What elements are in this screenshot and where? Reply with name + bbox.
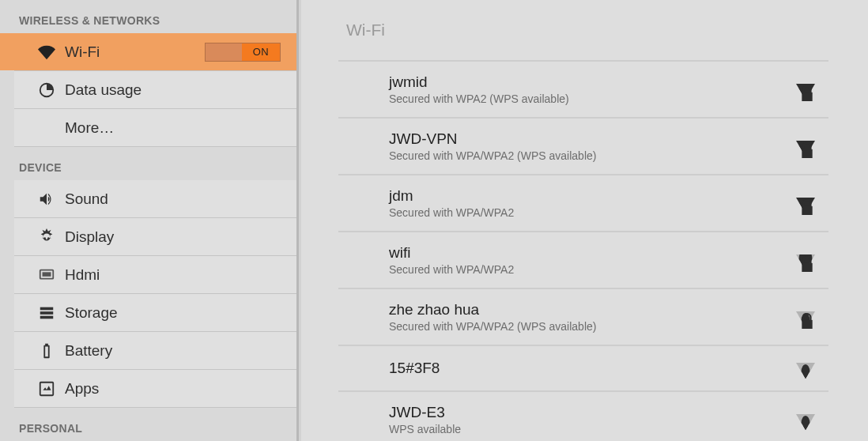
sidebar-item-label: Hdmi [65, 266, 100, 284]
sidebar-item-label: More… [65, 119, 114, 137]
sidebar-item-label: Battery [65, 342, 112, 360]
wifi-network-item[interactable]: jdm Secured with WPA/WPA2 [338, 175, 828, 232]
sidebar-item-apps[interactable]: Apps [14, 370, 296, 408]
sidebar-item-display[interactable]: Display [14, 218, 296, 256]
sidebar-item-sound[interactable]: Sound [14, 180, 296, 218]
wifi-network-name: JWD-VPN [389, 130, 795, 148]
wifi-network-subtitle: WPS available [389, 423, 795, 435]
svg-rect-4 [40, 315, 54, 318]
wifi-network-name: 15#3F8 [389, 360, 795, 377]
svg-rect-10 [802, 320, 812, 329]
sidebar-item-wifi[interactable]: Wi-Fi ON [14, 33, 296, 71]
data-usage-icon [38, 81, 55, 99]
wifi-toggle[interactable]: ON [205, 43, 281, 62]
hdmi-icon [38, 266, 55, 284]
sidebar-item-label: Data usage [65, 81, 142, 99]
section-header-wireless: WIRELESS & NETWORKS [0, 0, 296, 33]
wifi-signal-icon [795, 307, 816, 327]
svg-rect-5 [40, 382, 54, 395]
svg-rect-1 [43, 272, 51, 277]
sidebar-item-more[interactable]: More… [14, 109, 296, 147]
apps-icon [38, 380, 55, 398]
wifi-network-item[interactable]: 15#3F8 [338, 346, 828, 392]
wifi-icon [38, 43, 55, 61]
wifi-toggle-handle: ON [242, 43, 280, 61]
sidebar-item-battery[interactable]: Battery [14, 332, 296, 370]
wifi-network-item[interactable]: jwmid Secured with WPA2 (WPS available) [338, 60, 828, 119]
wifi-signal-icon [795, 250, 816, 270]
wifi-network-name: JWD-E3 [389, 404, 795, 421]
settings-sidebar: WIRELESS & NETWORKS Wi-Fi ON Data usage … [0, 0, 299, 441]
wifi-network-item[interactable]: zhe zhao hua Secured with WPA/WPA2 (WPS … [338, 289, 828, 346]
svg-rect-7 [802, 149, 812, 158]
wifi-signal-icon [795, 136, 816, 156]
wifi-network-item[interactable]: JWD-VPN Secured with WPA/WPA2 (WPS avail… [338, 119, 828, 175]
svg-rect-8 [802, 206, 812, 215]
page-title: Wi-Fi [338, 13, 828, 60]
sidebar-item-label: Apps [65, 380, 99, 398]
storage-icon [38, 304, 55, 322]
sidebar-item-label: Wi-Fi [65, 43, 100, 61]
section-header-personal: PERSONAL [0, 408, 296, 441]
wifi-network-name: wifi [389, 244, 795, 262]
display-icon [38, 228, 55, 246]
svg-rect-2 [40, 307, 54, 310]
svg-rect-9 [802, 263, 812, 272]
svg-rect-3 [40, 311, 54, 315]
wifi-network-item[interactable]: wifi Secured with WPA/WPA2 [338, 232, 828, 289]
wifi-signal-icon [795, 409, 816, 430]
battery-icon [38, 342, 55, 360]
section-header-device: DEVICE [0, 147, 296, 180]
wifi-network-name: jdm [389, 187, 795, 205]
wifi-network-subtitle: Secured with WPA/WPA2 (WPS available) [389, 149, 795, 162]
sidebar-item-hdmi[interactable]: Hdmi [14, 256, 296, 294]
sidebar-item-storage[interactable]: Storage [14, 294, 296, 332]
sidebar-item-label: Storage [65, 304, 118, 322]
wifi-network-item[interactable]: JWD-E3 WPS available [338, 392, 828, 441]
wifi-signal-icon [795, 193, 816, 213]
main-panel: Wi-Fi jwmid Secured with WPA2 (WPS avail… [299, 0, 868, 441]
sidebar-item-label: Display [65, 228, 114, 246]
wifi-network-subtitle: Secured with WPA/WPA2 [389, 263, 795, 276]
wifi-network-list[interactable]: jwmid Secured with WPA2 (WPS available) … [338, 60, 828, 441]
svg-rect-6 [802, 92, 812, 101]
sidebar-item-label: Sound [65, 190, 108, 208]
blank-icon [38, 119, 55, 137]
wifi-network-name: jwmid [389, 74, 795, 91]
sound-icon [38, 190, 55, 208]
wifi-network-subtitle: Secured with WPA/WPA2 (WPS available) [389, 320, 795, 333]
wifi-network-name: zhe zhao hua [389, 301, 795, 318]
wifi-signal-icon [795, 79, 816, 100]
wifi-signal-icon [795, 358, 816, 379]
wifi-network-subtitle: Secured with WPA2 (WPS available) [389, 92, 795, 105]
sidebar-item-data-usage[interactable]: Data usage [14, 71, 296, 109]
wifi-network-subtitle: Secured with WPA/WPA2 [389, 206, 795, 219]
